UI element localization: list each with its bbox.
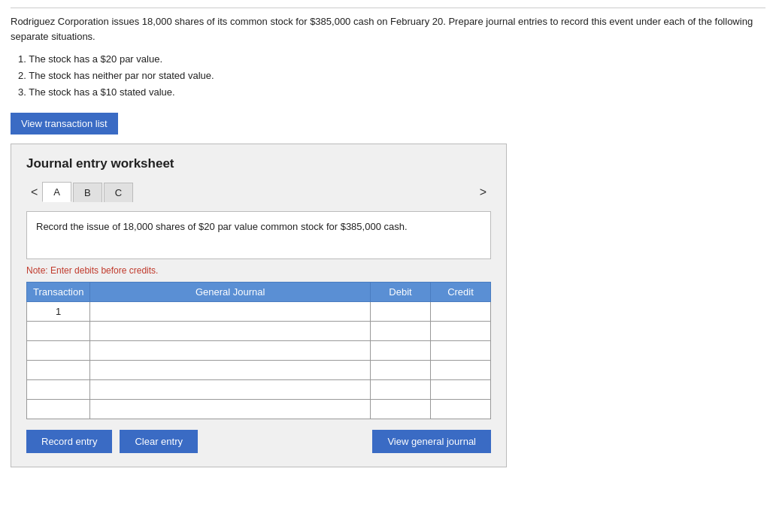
table-row xyxy=(27,361,491,380)
input-credit-3[interactable] xyxy=(431,361,490,379)
cell-transaction-4 xyxy=(27,380,90,400)
situations-list: 1. The stock has a $20 par value. 2. The… xyxy=(18,51,765,101)
buttons-row: Record entry Clear entry View general jo… xyxy=(26,430,491,453)
cell-credit-1[interactable] xyxy=(431,322,491,341)
input-debit-1[interactable] xyxy=(371,322,430,340)
worksheet-title: Journal entry worksheet xyxy=(26,156,491,171)
table-row xyxy=(27,400,491,419)
journal-table: Transaction General Journal Debit Credit… xyxy=(26,282,491,419)
cell-debit-1[interactable] xyxy=(371,322,431,341)
cell-debit-4[interactable] xyxy=(371,380,431,400)
col-header-journal: General Journal xyxy=(90,283,371,302)
situation-2: 2. The stock has neither par nor stated … xyxy=(18,68,765,84)
input-credit-4[interactable] xyxy=(431,380,490,399)
problem-text: Rodriguez Corporation issues 18,000 shar… xyxy=(11,8,765,44)
col-header-debit: Debit xyxy=(371,283,431,302)
cell-transaction-0: 1 xyxy=(27,302,90,322)
input-credit-5[interactable] xyxy=(431,400,490,419)
input-credit-2[interactable] xyxy=(431,341,490,360)
note-text: Note: Enter debits before credits. xyxy=(26,265,491,276)
cell-credit-4[interactable] xyxy=(431,380,491,400)
input-debit-3[interactable] xyxy=(371,361,430,379)
table-row xyxy=(27,380,491,400)
cell-transaction-2 xyxy=(27,341,90,361)
cell-transaction-1 xyxy=(27,322,90,341)
table-row: 1 xyxy=(27,302,491,322)
input-credit-1[interactable] xyxy=(431,322,490,340)
cell-transaction-5 xyxy=(27,400,90,419)
view-general-journal-button[interactable]: View general journal xyxy=(372,430,491,453)
cell-transaction-3 xyxy=(27,361,90,380)
input-journal-5[interactable] xyxy=(90,400,370,419)
input-journal-0[interactable] xyxy=(90,302,370,321)
cell-journal-1[interactable] xyxy=(90,322,371,341)
cell-debit-5[interactable] xyxy=(371,400,431,419)
input-credit-0[interactable] xyxy=(431,302,490,321)
tab-next-arrow[interactable]: > xyxy=(475,184,491,201)
input-debit-2[interactable] xyxy=(371,341,430,360)
situation-1: 1. The stock has a $20 par value. xyxy=(18,51,765,68)
input-journal-1[interactable] xyxy=(90,322,370,340)
clear-entry-button[interactable]: Clear entry xyxy=(120,430,198,453)
description-box: Record the issue of 18,000 shares of $20… xyxy=(26,211,491,259)
col-header-credit: Credit xyxy=(431,283,491,302)
cell-credit-2[interactable] xyxy=(431,341,491,361)
cell-journal-4[interactable] xyxy=(90,380,371,400)
cell-debit-2[interactable] xyxy=(371,341,431,361)
cell-credit-3[interactable] xyxy=(431,361,491,380)
record-entry-button[interactable]: Record entry xyxy=(26,430,112,453)
cell-journal-0[interactable] xyxy=(90,302,371,322)
input-journal-3[interactable] xyxy=(90,361,370,379)
cell-journal-5[interactable] xyxy=(90,400,371,419)
col-header-transaction: Transaction xyxy=(27,283,90,302)
table-row xyxy=(27,322,491,341)
input-journal-2[interactable] xyxy=(90,341,370,360)
table-row xyxy=(27,341,491,361)
input-debit-4[interactable] xyxy=(371,380,430,399)
cell-journal-3[interactable] xyxy=(90,361,371,380)
input-debit-5[interactable] xyxy=(371,400,430,419)
tab-a[interactable]: A xyxy=(42,182,71,202)
cell-credit-5[interactable] xyxy=(431,400,491,419)
cell-debit-0[interactable] xyxy=(371,302,431,322)
input-journal-4[interactable] xyxy=(90,380,370,399)
cell-credit-0[interactable] xyxy=(431,302,491,322)
view-transaction-button[interactable]: View transaction list xyxy=(11,113,118,135)
tabs-row: < A B C > xyxy=(26,182,491,202)
input-debit-0[interactable] xyxy=(371,302,430,321)
description-text: Record the issue of 18,000 shares of $20… xyxy=(36,221,408,232)
tab-c[interactable]: C xyxy=(104,183,133,202)
worksheet-container: Journal entry worksheet < A B C > Record… xyxy=(11,144,507,467)
cell-journal-2[interactable] xyxy=(90,341,371,361)
tab-prev-arrow[interactable]: < xyxy=(26,184,42,201)
problem-description: Rodriguez Corporation issues 18,000 shar… xyxy=(11,16,753,42)
tab-b[interactable]: B xyxy=(73,183,102,202)
situation-3: 3. The stock has a $10 stated value. xyxy=(18,84,765,101)
cell-debit-3[interactable] xyxy=(371,361,431,380)
